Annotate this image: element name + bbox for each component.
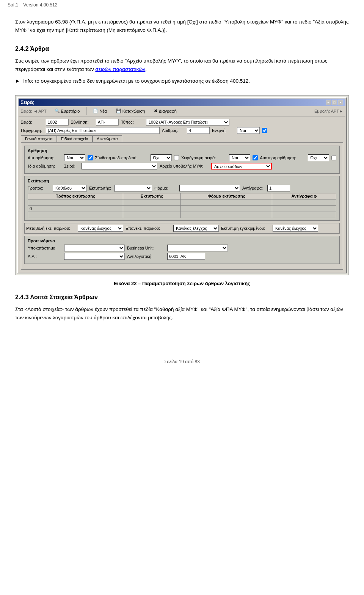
- page-number: Σελίδα 19 από 83: [164, 359, 200, 364]
- save-icon: 💾: [116, 108, 121, 113]
- austiri-label: Αυστηρή αρίθμηση:: [260, 155, 306, 160]
- synthesis-kodpar-select[interactable]: Όχι: [151, 154, 172, 161]
- tab-dikaiomata[interactable]: Δικαιώματα: [93, 135, 122, 142]
- metavoli-row: Μεταβολή εκτ. παρ/κού: Κανένας έλεγχος Ε…: [24, 223, 340, 234]
- info-box: Info: το συγκεκριμένο πεδίο δεν ενημερών…: [15, 77, 349, 85]
- screenshot-container: Σειρές – □ × Σειρά: ◄ ΑΡΤ 🔍 Ευρετήριο 📄 …: [15, 95, 349, 275]
- seira-input[interactable]: [46, 119, 69, 126]
- cheirografi-checkbox[interactable]: [253, 155, 257, 160]
- al-label: Α.Λ.:: [28, 254, 62, 259]
- typos-select[interactable]: 1002 (ΑΠ) Αγορές Επι Πιστώσει: [146, 119, 229, 126]
- col-ektipotis: Εκτυπωτής: [123, 193, 180, 199]
- new-button[interactable]: 📄 Νέα: [89, 107, 110, 115]
- synthesis-label: Σύνθηση:: [71, 120, 94, 124]
- col-morfi: Φόρμα εκτύπωσης: [180, 193, 272, 199]
- cheirografi-select[interactable]: Ναι: [229, 154, 250, 161]
- metavoli-select[interactable]: Κανένας έλεγχος: [78, 225, 123, 232]
- link-seiron-parastatikon[interactable]: σειρών παραστατικών: [95, 66, 145, 72]
- minimize-button[interactable]: –: [326, 100, 331, 105]
- perigrafi-form-row: Περιγραφή: Αριθμός: Ενεργή: Ναι: [21, 127, 343, 134]
- table-row: [28, 199, 336, 205]
- proteinom-row1: Υποκατάστημα: Business Unit:: [28, 245, 336, 251]
- antigrafa-input[interactable]: [267, 185, 290, 192]
- epanekt-label: Επανεκτ. παρ/κού:: [126, 226, 171, 231]
- energi-label: Ενεργή:: [212, 128, 235, 133]
- tab-genika[interactable]: Γενικά στοιχεία: [21, 135, 57, 142]
- ektipotis-label: Εκτυπωτής:: [89, 186, 112, 190]
- ektipose-table: Τρόπος εκτύπωσης Εκτυπωτής Φόρμα εκτύπωσ…: [28, 193, 336, 218]
- section-242-text: Στις σειρές των άρθρων έχει προστεθεί το…: [15, 57, 349, 73]
- section-243-title: 2.4.3 Λοιπά Στοιχεία Άρθρων: [15, 294, 349, 301]
- registry-icon: 🔍: [55, 108, 60, 113]
- metavoli-label: Μεταβολή εκτ. παρ/κού:: [26, 226, 75, 231]
- ektipmg-select[interactable]: Κανένας έλεγχος: [273, 225, 318, 232]
- toolbar: Σειρά: ◄ ΑΡΤ 🔍 Ευρετήριο 📄 Νέα 💾 Καταχώρ…: [19, 106, 345, 116]
- window-controls: – □ ×: [326, 100, 343, 105]
- synthesis-kodpar-label: Σύνθεση κωδ.παρ/κού:: [95, 155, 148, 160]
- tab-content-genika: Αρίθμηση Αυτ.αρίθμηση: Ναι Σύνθεση κωδ.π…: [21, 142, 343, 270]
- austiri-checkbox[interactable]: [331, 155, 336, 160]
- tab-eidika[interactable]: Ειδικά στοιχεία: [57, 135, 93, 142]
- seira-label: Σειρά:: [21, 120, 44, 124]
- delete-icon: ✖: [154, 108, 157, 113]
- proteinom-row2: Α.Λ.: Αντιλογιστική:: [28, 253, 336, 260]
- ektipotis-select[interactable]: [114, 185, 152, 192]
- top-form-row: Σειρά: Σύνθηση: Τύπος: 1002 (ΑΠ) Αγορές …: [21, 119, 343, 126]
- section-243-text: Στα <Λοιπά στοιχεία> των άρθρων έχουν πρ…: [15, 305, 349, 322]
- proteinom-title: Προτεινόμενα: [28, 239, 336, 243]
- section-242-title: 2.4.2 Άρθρα: [15, 46, 349, 52]
- maximize-button[interactable]: □: [332, 100, 337, 105]
- energi-select[interactable]: Ναι: [237, 127, 260, 134]
- cheirografi-label: Χειρόγραφη σειρά:: [181, 155, 227, 160]
- toolbar-separator-1: [86, 107, 86, 115]
- arithmos-input[interactable]: [187, 127, 210, 134]
- al-select[interactable]: [64, 253, 125, 260]
- aut-arithmisi-select[interactable]: Ναι: [64, 154, 85, 161]
- energi-checkbox[interactable]: [262, 128, 267, 133]
- ektipose-section: Εκτύπωση Τρόπος: Καθόλου Εκτυπωτής: Φόρμ…: [24, 176, 340, 221]
- page-header: Soft1 – Version 4.00.512: [0, 0, 364, 10]
- aut-arithmisi-checkbox[interactable]: [88, 155, 93, 160]
- ektipmg-label: Εκτυπ.μη εγκεκριμένου:: [221, 226, 270, 231]
- tabs-container: Γενικά στοιχεία Ειδικά στοιχεία Δικαιώμα…: [21, 135, 343, 142]
- close-button[interactable]: ×: [338, 100, 343, 105]
- arithmisi-title: Αρίθμηση: [28, 148, 336, 153]
- ypokatasima-label: Υποκατάστημα:: [28, 246, 62, 250]
- perigrafi-input[interactable]: [46, 127, 160, 134]
- epanekt-select[interactable]: Κανένας έλεγχος: [173, 225, 219, 232]
- ypokatasima-select[interactable]: [64, 245, 125, 251]
- table-row-3: [28, 212, 336, 218]
- business-unit-label: Business Unit:: [127, 246, 165, 250]
- arithmos-label: Αριθμός:: [162, 128, 185, 133]
- arxeio-myf-label: Αρχείο υποβολής ΜΥΦ:: [160, 164, 209, 168]
- intro-paragraph: Στον λογαριασμό 63.98 (Φ.Π.Α. μη εκπιπτό…: [15, 18, 349, 34]
- delete-button[interactable]: ✖ Διαγραφή: [151, 107, 180, 115]
- ektipose-row1: Τρόπος: Καθόλου Εκτυπωτής: Φόρμα:: [28, 185, 336, 192]
- form-area: Σειρά: Σύνθηση: Τύπος: 1002 (ΑΠ) Αγορές …: [19, 116, 345, 272]
- antilogistiki-input[interactable]: [167, 253, 205, 260]
- morfi-select[interactable]: [179, 185, 240, 192]
- seira-select[interactable]: [82, 163, 157, 170]
- aut-arithmisi-label: Αυτ.αρίθμηση:: [28, 155, 62, 160]
- business-unit-select[interactable]: [167, 245, 228, 251]
- synthesis-kodpar-checkbox[interactable]: [174, 155, 179, 160]
- save-button[interactable]: 💾 Καταχώριση: [113, 107, 149, 115]
- registry-button[interactable]: 🔍 Ευρετήριο: [51, 107, 83, 115]
- tropos-label: Τρόπος:: [28, 186, 50, 190]
- antilogistiki-label: Αντιλογιστική:: [127, 254, 165, 259]
- window-title: Σειρές: [21, 100, 34, 105]
- tropos-select[interactable]: Καθόλου: [53, 185, 87, 192]
- new-icon: 📄: [93, 108, 98, 113]
- arithmisi-row1: Αυτ.αρίθμηση: Ναι Σύνθεση κωδ.παρ/κού: Ό…: [28, 154, 336, 161]
- perigrafi-label: Περιγραφή:: [21, 128, 44, 133]
- ektipose-title: Εκτύπωση: [28, 179, 336, 183]
- synthesis-input[interactable]: [96, 119, 119, 126]
- antigrafa-label: Αντίγραφα:: [242, 186, 265, 190]
- page-footer: Σελίδα 19 από 83: [0, 356, 364, 367]
- arithmisi-section: Αρίθμηση Αυτ.αρίθμηση: Ναι Σύνθεση κωδ.π…: [24, 146, 340, 174]
- arithmisi-row2: Ίδια αρίθμηση: Σειρά: Αρχείο υποβολής ΜΥ…: [28, 163, 336, 170]
- nav-left-label: Σειρά: ◄ ΑΡΤ: [21, 109, 47, 113]
- arxeio-myf-select[interactable]: Αρχείο εσόδων: [211, 163, 272, 170]
- window-frame: Σειρές – □ × Σειρά: ◄ ΑΡΤ 🔍 Ευρετήριο 📄 …: [17, 97, 347, 273]
- austiri-select[interactable]: Όχι: [308, 154, 329, 161]
